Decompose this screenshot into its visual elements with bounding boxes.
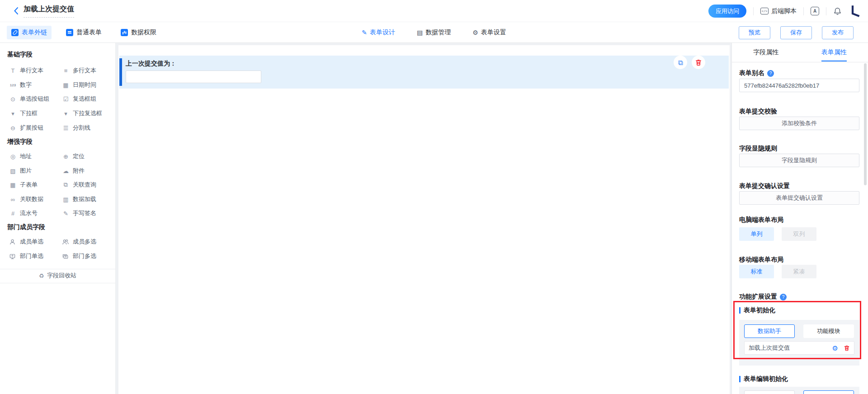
function-module-tab[interactable]: 功能模块: [803, 324, 854, 338]
back-chevron-icon: [14, 7, 19, 15]
pc-layout-single-option[interactable]: 单列: [739, 227, 774, 241]
tab-form-properties[interactable]: 表单属性: [800, 43, 868, 62]
tab-field-properties-label: 字段属性: [753, 48, 778, 61]
field-item-single-line-text[interactable]: T 单行文本: [9, 66, 43, 75]
form-card[interactable]: 上一次提交值为： ⧉: [118, 45, 730, 394]
backend-script-button[interactable]: </> 后端脚本: [760, 7, 797, 15]
cloud-upload-icon: ☁: [62, 168, 70, 174]
address-book-icon[interactable]: A: [811, 7, 819, 15]
help-icon[interactable]: ?: [767, 70, 774, 77]
submit-validation-label: 表单提交校验: [739, 108, 777, 116]
mobile-layout-standard-option[interactable]: 标准: [739, 265, 774, 278]
field-item-subform[interactable]: ▦ 子表单: [9, 180, 38, 189]
publish-button[interactable]: 发布: [822, 26, 854, 39]
subform-icon: ▦: [9, 182, 17, 188]
app-access-button[interactable]: 应用访问: [708, 5, 746, 18]
backend-script-label: 后端脚本: [771, 7, 797, 15]
field-item-divider-line[interactable]: ☰ 分割线: [62, 123, 90, 132]
field-item-signature[interactable]: ✎ 手写签名: [62, 209, 96, 218]
linked-data-icon: ∞: [9, 196, 17, 203]
tab-data-management[interactable]: ▤ 数据管理: [417, 28, 451, 37]
tab-field-properties[interactable]: 字段属性: [732, 43, 800, 62]
image-icon: ▧: [9, 168, 17, 174]
section-basic-fields: 基础字段: [7, 51, 33, 59]
extend-button-icon: ⊖: [9, 125, 17, 131]
form-init-panel: 数据助手 功能模块 加载上次提交值 ⚙: [739, 320, 859, 366]
field-item-extend-button[interactable]: ⊖ 扩展按钮: [9, 123, 43, 132]
tab-form-design[interactable]: ✎ 表单设计: [362, 28, 395, 37]
checkbox-icon: ☑: [62, 96, 70, 103]
radio-icon: ⊙: [9, 96, 17, 103]
selected-field-block[interactable]: 上一次提交值为： ⧉: [119, 56, 729, 89]
field-item-select[interactable]: ▾ 下拉框: [9, 109, 38, 118]
edit-init-right-tab[interactable]: [803, 390, 854, 394]
tab-form-settings[interactable]: ⚙ 表单设置: [472, 28, 506, 37]
selection-indicator: [119, 58, 122, 86]
init-item-row[interactable]: 加载上次提交值 ⚙: [744, 341, 854, 355]
pc-layout-double-option[interactable]: 双列: [782, 227, 816, 241]
copy-field-button[interactable]: ⧉: [674, 56, 687, 69]
field-item-dept-multi[interactable]: 部门多选: [62, 252, 96, 261]
tab-form-settings-label: 表单设置: [481, 28, 506, 37]
field-item-linked-data[interactable]: ∞ 关联数据: [9, 195, 43, 204]
bell-icon[interactable]: [833, 7, 842, 16]
field-text-input[interactable]: [126, 70, 261, 83]
field-item-serial-number[interactable]: # 流水号: [9, 209, 38, 218]
divider-line-icon: ☰: [62, 125, 70, 131]
field-item-member-multi[interactable]: 成员多选: [62, 237, 96, 246]
location-pin-icon: ◎: [9, 153, 17, 160]
tab-form-design-label: 表单设计: [370, 28, 395, 37]
field-item-radio-group[interactable]: ⊙ 单选按钮组: [9, 94, 49, 103]
delete-field-button[interactable]: [692, 56, 705, 69]
topbar: 加载上次提交值 应用访问 </> 后端脚本 A: [0, 0, 868, 22]
field-item-multi-line-text[interactable]: ≡ 多行文本: [62, 66, 96, 75]
field-item-linked-query[interactable]: ⧉ 关联查询: [62, 180, 96, 189]
field-item-number[interactable]: 123 数字: [9, 80, 32, 89]
back-button[interactable]: [11, 6, 21, 16]
form-init-title: 表单初始化: [739, 306, 775, 314]
field-recycle-bin[interactable]: ♻ 字段回收站: [0, 272, 115, 280]
brand-logo: [849, 4, 861, 18]
edit-init-left-tab[interactable]: [744, 390, 795, 394]
people-icon: [62, 239, 70, 245]
form-edit-init-title: 表单编辑初始化: [739, 375, 788, 383]
pc-layout-label: 电脑端表单布局: [739, 216, 783, 224]
divider: [753, 7, 754, 15]
add-validation-button[interactable]: 添加校验条件: [739, 117, 859, 130]
help-icon[interactable]: ?: [780, 294, 787, 300]
trash-icon[interactable]: [844, 345, 850, 351]
divider: [0, 269, 115, 269]
page-title[interactable]: 加载上次提交值: [24, 5, 74, 18]
submit-confirm-button[interactable]: 表单提交确认设置: [739, 191, 859, 205]
field-item-image[interactable]: ▧ 图片: [9, 166, 32, 175]
single-line-text-icon: T: [9, 67, 17, 74]
field-item-datetime[interactable]: ▦ 日期时间: [62, 80, 96, 89]
field-visibility-label: 字段显隐规则: [739, 145, 777, 153]
mobile-layout-compact-option[interactable]: 紧凑: [782, 265, 816, 278]
save-button[interactable]: 保存: [780, 26, 812, 39]
field-item-data-loading[interactable]: ▥ 数据加载: [62, 195, 96, 204]
serial-number-icon: #: [9, 210, 17, 217]
field-item-multi-select[interactable]: ▾ 下拉复选框: [62, 109, 102, 118]
form-alias-input[interactable]: [739, 79, 859, 92]
divider: [803, 7, 804, 15]
field-item-attachment[interactable]: ☁ 附件: [62, 166, 85, 175]
gear-icon[interactable]: ⚙: [832, 345, 838, 352]
pen-icon: ✎: [62, 210, 70, 217]
section-enhanced-fields: 增强字段: [7, 138, 33, 146]
divider: [0, 283, 115, 283]
field-item-geolocation[interactable]: ⊕ 定位: [62, 152, 85, 161]
field-visibility-button[interactable]: 字段显隐规则: [739, 154, 859, 167]
data-assistant-tab[interactable]: 数据助手: [744, 324, 795, 338]
form-edit-init-panel: [739, 387, 859, 394]
recycle-icon: ♻: [39, 272, 44, 279]
field-item-member-single[interactable]: 成员单选: [9, 237, 43, 246]
code-icon: </>: [760, 8, 769, 14]
field-item-dept-single[interactable]: 部门单选: [9, 252, 43, 261]
field-item-checkbox-group[interactable]: ☑ 复选框组: [62, 94, 96, 103]
preview-button[interactable]: 预览: [739, 26, 770, 39]
field-label: 上一次提交值为：: [126, 60, 176, 68]
data-loading-icon: ▥: [62, 196, 70, 203]
field-item-address[interactable]: ◎ 地址: [9, 152, 32, 161]
panel-scrollbar[interactable]: [864, 63, 867, 185]
